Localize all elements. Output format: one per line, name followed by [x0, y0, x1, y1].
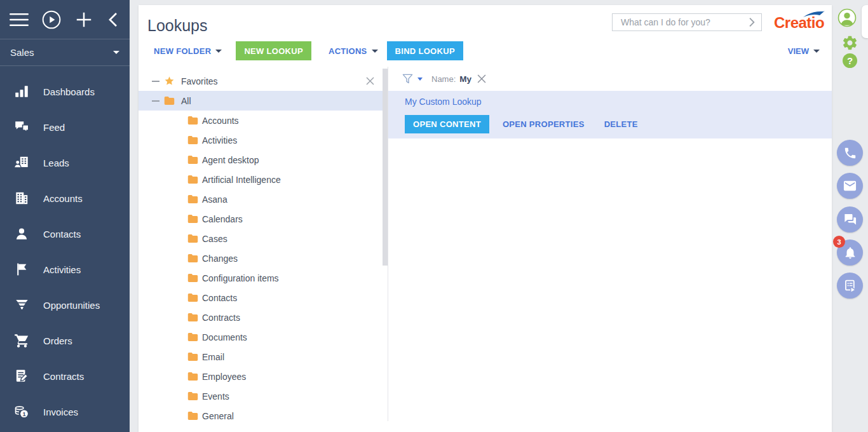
- open-properties-button[interactable]: OPEN PROPERTIES: [503, 119, 585, 129]
- collapse-toggle-icon[interactable]: [152, 100, 159, 102]
- new-folder-button[interactable]: NEW FOLDER: [154, 46, 222, 56]
- tree-folder-row[interactable]: Activities: [139, 130, 383, 150]
- funnel-stack-icon: [11, 297, 32, 313]
- workspace-label: Sales: [10, 47, 34, 58]
- tree-folder-row[interactable]: General: [139, 406, 383, 426]
- bind-lookup-button[interactable]: BIND LOOKUP: [387, 41, 463, 60]
- tree-row-all[interactable]: All: [139, 91, 383, 111]
- tree-folder-row[interactable]: Changes: [139, 248, 383, 268]
- folder-icon: [187, 155, 198, 165]
- sidebar-item-contacts[interactable]: Contacts: [0, 216, 130, 252]
- selected-lookup-row[interactable]: My Custom Lookup OPEN CONTENT OPEN PROPE…: [388, 91, 832, 138]
- folder-icon: [187, 391, 198, 401]
- leads-icon: [11, 154, 32, 171]
- view-button[interactable]: VIEW: [788, 41, 820, 60]
- tree-folder-list: Accounts Activities Agent desktop Artifi…: [139, 111, 383, 426]
- folder-icon: [187, 293, 198, 302]
- folder-icon: [187, 372, 198, 381]
- assistant-search: [612, 13, 762, 31]
- search-input[interactable]: [620, 17, 749, 28]
- tree-folder-row[interactable]: Cases: [139, 229, 383, 248]
- folder-icon: [164, 96, 175, 105]
- tree-folder-row[interactable]: Configuration items: [139, 268, 383, 288]
- creatio-logo: Creatio: [774, 15, 824, 31]
- workspace-selector[interactable]: Sales: [0, 39, 130, 66]
- building-icon: [11, 190, 32, 206]
- new-lookup-button[interactable]: NEW LOOKUP: [236, 41, 311, 60]
- row-actions: OPEN CONTENT OPEN PROPERTIES DELETE: [405, 115, 638, 133]
- logo-swoosh-icon: [803, 11, 825, 18]
- delete-button[interactable]: DELETE: [604, 119, 638, 129]
- gear-icon[interactable]: [841, 34, 858, 51]
- open-content-button[interactable]: OPEN CONTENT: [405, 115, 489, 133]
- right-panel-handle[interactable]: [862, 5, 868, 38]
- actions-button[interactable]: ACTIONS: [329, 46, 378, 56]
- sidebar-item-feed[interactable]: Feed: [0, 109, 130, 145]
- mail-icon[interactable]: [837, 173, 863, 199]
- chevron-down-icon: [813, 50, 820, 53]
- folder-icon: [187, 135, 198, 145]
- tree-folder-row[interactable]: Events: [139, 386, 383, 406]
- folder-icon: [187, 253, 198, 263]
- sidebar-item-accounts[interactable]: Accounts: [0, 180, 130, 216]
- bar-chart-icon: [11, 83, 32, 100]
- feed-icon: [11, 119, 32, 135]
- filter-remove-icon[interactable]: [477, 74, 486, 83]
- chat-icon[interactable]: [837, 206, 863, 233]
- folder-tree: Favorites All Accounts Activities: [139, 71, 383, 426]
- phone-icon[interactable]: [837, 140, 863, 166]
- notification-badge: 3: [833, 236, 845, 248]
- tree-folder-row[interactable]: Accounts: [139, 111, 383, 130]
- sidebar-item-dashboards[interactable]: Dashboards: [0, 74, 130, 109]
- filter-value[interactable]: My: [459, 74, 471, 84]
- folder-icon: [187, 214, 198, 224]
- sidebar-toolbar: [0, 0, 130, 39]
- chevron-down-icon: [372, 50, 378, 53]
- folder-icon: [187, 411, 198, 421]
- lookup-item-link[interactable]: My Custom Lookup: [405, 97, 482, 107]
- sidebar-item-leads[interactable]: Leads: [0, 145, 130, 180]
- folder-icon: [187, 175, 198, 184]
- tree-folder-row[interactable]: Contracts: [139, 307, 383, 327]
- collapse-icon[interactable]: [106, 10, 120, 29]
- lookups-toolbar: NEW FOLDER NEW LOOKUP ACTIONS BIND LOOKU…: [154, 41, 463, 60]
- folder-icon: [187, 313, 198, 322]
- run-process-icon[interactable]: [41, 10, 62, 30]
- chevron-down-icon: [113, 51, 119, 54]
- chevron-down-icon[interactable]: [417, 78, 423, 81]
- process-tasks-icon[interactable]: [837, 273, 863, 299]
- menu-icon[interactable]: [10, 13, 29, 27]
- user-avatar-icon[interactable]: [837, 8, 857, 28]
- folder-icon: [187, 194, 198, 204]
- tree-row-favorites[interactable]: Favorites: [139, 71, 383, 91]
- filter-bar: Name: My: [388, 67, 832, 91]
- filter-field-label: Name:: [431, 74, 456, 84]
- tree-folder-row[interactable]: Agent desktop: [139, 150, 383, 170]
- tree-folder-row[interactable]: Contacts: [139, 288, 383, 307]
- help-icon[interactable]: ?: [843, 53, 857, 68]
- tree-folder-row[interactable]: Email: [139, 347, 383, 367]
- sidebar-item-orders[interactable]: Orders: [0, 323, 130, 358]
- tree-folder-row[interactable]: Asana: [139, 189, 383, 209]
- tree-folder-row[interactable]: Calendars: [139, 209, 383, 229]
- add-icon[interactable]: [74, 10, 93, 29]
- chevron-down-icon: [215, 50, 222, 53]
- search-submit-icon[interactable]: [749, 17, 756, 27]
- sidebar-item-contracts[interactable]: Contracts: [0, 358, 130, 394]
- sidebar-item-opportunities[interactable]: Opportunities: [0, 287, 130, 323]
- coins-icon: 1: [11, 403, 32, 420]
- sidebar-item-invoices[interactable]: 1 Invoices: [0, 394, 130, 429]
- folder-icon: [187, 273, 198, 283]
- collapse-toggle-icon[interactable]: [152, 81, 159, 82]
- sidebar-item-activities[interactable]: Activities: [0, 252, 130, 287]
- tree-folder-row[interactable]: Employees: [139, 367, 383, 386]
- sidebar-nav: Dashboards Feed Leads Accounts Contacts …: [0, 66, 130, 429]
- contract-icon: [11, 368, 32, 384]
- close-icon[interactable]: [366, 77, 374, 85]
- filter-icon[interactable]: [402, 73, 414, 85]
- tree-folder-row[interactable]: Documents: [139, 327, 383, 347]
- tree-scrollbar-thumb[interactable]: [383, 69, 388, 266]
- folder-icon: [187, 352, 198, 361]
- tree-folder-row[interactable]: Artificial Intelligence: [139, 170, 383, 189]
- star-icon: [164, 76, 175, 86]
